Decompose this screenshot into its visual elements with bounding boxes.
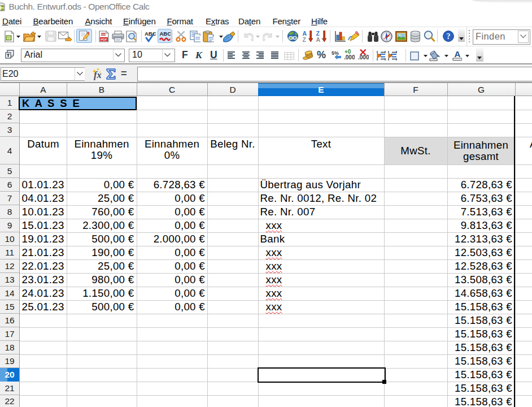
svg-text:ABC: ABC bbox=[160, 31, 171, 37]
svg-text:Z: Z bbox=[316, 30, 320, 37]
svg-text:.000: .000 bbox=[344, 54, 355, 60]
svg-text:Z: Z bbox=[303, 36, 307, 43]
svg-text:ABC: ABC bbox=[145, 31, 156, 37]
svg-text:A: A bbox=[455, 50, 461, 59]
svg-text:.000: .000 bbox=[358, 54, 369, 60]
svg-text:?: ? bbox=[447, 32, 451, 41]
svg-text:PDF: PDF bbox=[101, 38, 107, 41]
svg-text:A: A bbox=[316, 36, 321, 43]
svg-text:A: A bbox=[303, 30, 307, 37]
svg-text:5%: 5% bbox=[332, 50, 339, 56]
